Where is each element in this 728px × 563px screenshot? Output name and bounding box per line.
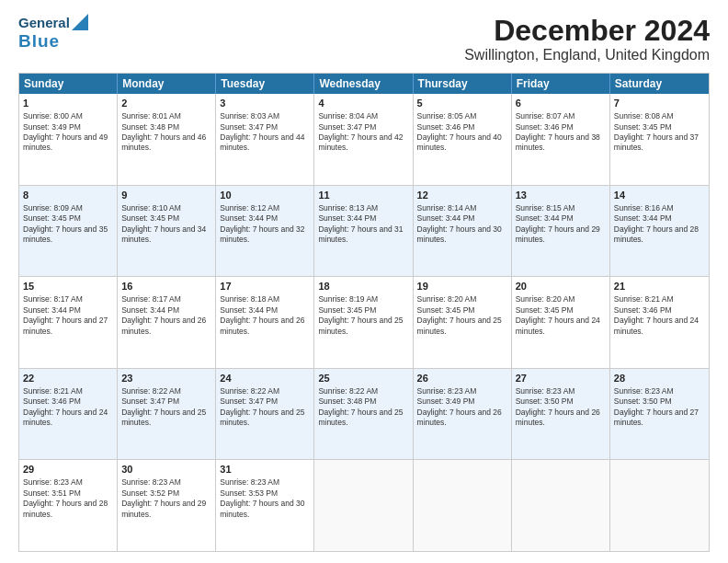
calendar-cell: 14Sunrise: 8:16 AMSunset: 3:44 PMDayligh… [610,186,709,277]
sunrise-text: Sunrise: 8:20 AM [417,294,477,304]
calendar-week: 29Sunrise: 8:23 AMSunset: 3:51 PMDayligh… [19,460,709,551]
sunset-text: Sunset: 3:44 PM [121,305,179,315]
calendar-cell: 28Sunrise: 8:23 AMSunset: 3:50 PMDayligh… [610,369,709,460]
day-number: 7 [614,97,705,110]
sunset-text: Sunset: 3:47 PM [220,122,278,132]
day-number: 29 [23,463,113,477]
daylight-text: Daylight: 7 hours and 42 minutes. [318,132,403,152]
daylight-text: Daylight: 7 hours and 37 minutes. [614,132,699,152]
day-number: 4 [318,97,408,110]
sunset-text: Sunset: 3:45 PM [614,122,672,132]
daylight-text: Daylight: 7 hours and 24 minutes. [23,408,108,427]
page-title: December 2024 [464,15,710,47]
day-number: 3 [220,97,310,110]
title-block: December 2024 Swillington, England, Unit… [464,15,710,63]
calendar-header: SundayMondayTuesdayWednesdayThursdayFrid… [19,74,709,94]
calendar-cell: 16Sunrise: 8:17 AMSunset: 3:44 PMDayligh… [118,277,216,368]
daylight-text: Daylight: 7 hours and 25 minutes. [220,408,304,427]
day-number: 1 [23,97,113,110]
sunrise-text: Sunrise: 8:23 AM [220,477,279,487]
calendar-cell: 26Sunrise: 8:23 AMSunset: 3:49 PMDayligh… [414,369,512,460]
day-number: 20 [516,280,606,293]
sunrise-text: Sunrise: 8:04 AM [318,111,378,121]
calendar-cell: 13Sunrise: 8:15 AMSunset: 3:44 PMDayligh… [512,186,610,277]
daylight-text: Daylight: 7 hours and 27 minutes. [614,408,699,427]
sunset-text: Sunset: 3:50 PM [614,396,672,406]
calendar-day-header: Friday [512,74,610,94]
calendar-cell: 11Sunrise: 8:13 AMSunset: 3:44 PMDayligh… [314,186,413,277]
page: General Blue December 2024 Swillington, … [0,0,728,563]
day-number: 15 [23,280,113,293]
daylight-text: Daylight: 7 hours and 30 minutes. [417,224,502,244]
day-number: 12 [417,189,507,202]
day-number: 10 [220,189,310,202]
sunrise-text: Sunrise: 8:23 AM [121,477,181,487]
day-number: 26 [417,372,507,385]
calendar-cell: 20Sunrise: 8:20 AMSunset: 3:45 PMDayligh… [512,277,610,368]
calendar-week: 8Sunrise: 8:09 AMSunset: 3:45 PMDaylight… [19,186,709,278]
calendar-cell: 4Sunrise: 8:04 AMSunset: 3:47 PMDaylight… [314,94,413,185]
sunset-text: Sunset: 3:50 PM [516,396,574,406]
calendar-week: 1Sunrise: 8:00 AMSunset: 3:49 PMDaylight… [19,94,709,186]
daylight-text: Daylight: 7 hours and 28 minutes. [23,499,108,518]
calendar-cell: 19Sunrise: 8:20 AMSunset: 3:45 PMDayligh… [414,277,512,368]
calendar-cell: 30Sunrise: 8:23 AMSunset: 3:52 PMDayligh… [118,460,216,551]
calendar-day-header: Tuesday [216,74,314,94]
sunset-text: Sunset: 3:47 PM [220,396,278,406]
sunset-text: Sunset: 3:51 PM [23,488,81,498]
calendar-cell: 29Sunrise: 8:23 AMSunset: 3:51 PMDayligh… [19,460,118,551]
daylight-text: Daylight: 7 hours and 38 minutes. [516,132,600,152]
sunset-text: Sunset: 3:45 PM [23,213,81,223]
daylight-text: Daylight: 7 hours and 25 minutes. [318,316,403,335]
calendar-cell: 25Sunrise: 8:22 AMSunset: 3:48 PMDayligh… [314,369,413,460]
sunset-text: Sunset: 3:47 PM [121,396,179,406]
logo-icon [72,14,88,30]
sunrise-text: Sunrise: 8:13 AM [318,203,378,213]
sunset-text: Sunset: 3:49 PM [23,122,81,132]
sunset-text: Sunset: 3:46 PM [614,305,672,315]
daylight-text: Daylight: 7 hours and 40 minutes. [417,132,502,152]
day-number: 31 [220,463,310,477]
daylight-text: Daylight: 7 hours and 44 minutes. [220,132,304,152]
calendar-cell: 2Sunrise: 8:01 AMSunset: 3:48 PMDaylight… [118,94,216,185]
sunrise-text: Sunrise: 8:14 AM [417,203,477,213]
sunset-text: Sunset: 3:45 PM [417,305,475,315]
daylight-text: Daylight: 7 hours and 34 minutes. [121,224,206,244]
calendar-cell: 5Sunrise: 8:05 AMSunset: 3:46 PMDaylight… [414,94,512,185]
daylight-text: Daylight: 7 hours and 24 minutes. [614,316,699,335]
day-number: 24 [220,372,310,385]
daylight-text: Daylight: 7 hours and 26 minutes. [417,408,502,427]
day-number: 21 [614,280,705,293]
sunrise-text: Sunrise: 8:23 AM [23,477,83,487]
day-number: 13 [516,189,606,202]
sunset-text: Sunset: 3:45 PM [121,213,179,223]
calendar-body: 1Sunrise: 8:00 AMSunset: 3:49 PMDaylight… [19,94,709,551]
sunset-text: Sunset: 3:47 PM [318,122,376,132]
sunrise-text: Sunrise: 8:21 AM [614,294,674,304]
calendar: SundayMondayTuesdayWednesdayThursdayFrid… [18,73,710,552]
sunset-text: Sunset: 3:44 PM [220,305,278,315]
sunrise-text: Sunrise: 8:00 AM [23,111,83,121]
calendar-cell: 27Sunrise: 8:23 AMSunset: 3:50 PMDayligh… [512,369,610,460]
sunset-text: Sunset: 3:53 PM [220,488,278,498]
daylight-text: Daylight: 7 hours and 49 minutes. [23,132,108,152]
day-number: 22 [23,372,113,385]
day-number: 2 [121,97,211,110]
calendar-cell [314,460,413,551]
svg-marker-0 [72,14,88,30]
sunrise-text: Sunrise: 8:22 AM [121,386,181,396]
sunset-text: Sunset: 3:44 PM [318,213,376,223]
calendar-cell: 22Sunrise: 8:21 AMSunset: 3:46 PMDayligh… [19,369,118,460]
calendar-cell: 15Sunrise: 8:17 AMSunset: 3:44 PMDayligh… [19,277,118,368]
daylight-text: Daylight: 7 hours and 30 minutes. [220,499,304,518]
sunrise-text: Sunrise: 8:09 AM [23,203,83,213]
page-subtitle: Swillington, England, United Kingdom [464,47,710,63]
calendar-cell [512,460,610,551]
day-number: 8 [23,189,113,202]
calendar-day-header: Sunday [19,74,118,94]
sunrise-text: Sunrise: 8:01 AM [121,111,181,121]
sunrise-text: Sunrise: 8:19 AM [318,294,378,304]
calendar-cell: 23Sunrise: 8:22 AMSunset: 3:47 PMDayligh… [118,369,216,460]
sunrise-text: Sunrise: 8:17 AM [23,294,83,304]
sunrise-text: Sunrise: 8:23 AM [516,386,575,396]
